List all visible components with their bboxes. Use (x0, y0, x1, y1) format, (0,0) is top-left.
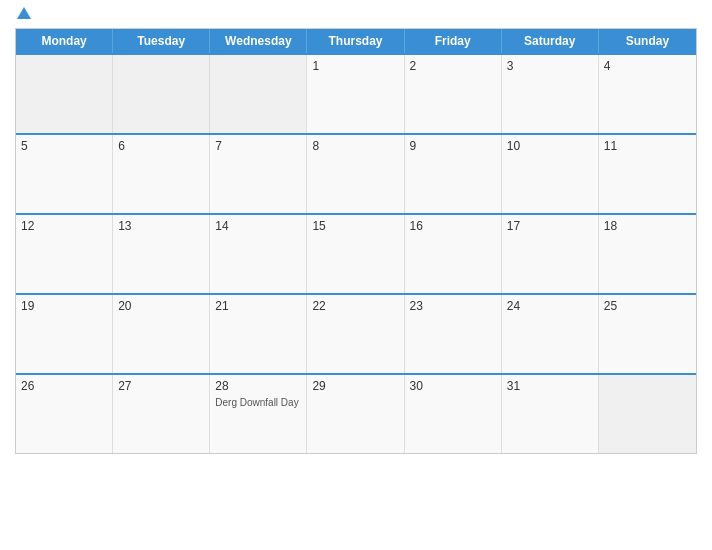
header (15, 10, 697, 22)
calendar-cell: 1 (307, 55, 404, 133)
calendar-cell: 11 (599, 135, 696, 213)
calendar-cell: 23 (405, 295, 502, 373)
calendar-cell: 16 (405, 215, 502, 293)
day-number: 21 (215, 299, 301, 313)
logo-triangle-icon (17, 7, 31, 19)
calendar-cell: 20 (113, 295, 210, 373)
calendar-cell: 21 (210, 295, 307, 373)
calendar-cell: 14 (210, 215, 307, 293)
calendar-cell: 28Derg Downfall Day (210, 375, 307, 453)
day-number: 1 (312, 59, 398, 73)
day-number: 26 (21, 379, 107, 393)
calendar-header: MondayTuesdayWednesdayThursdayFridaySatu… (16, 29, 696, 53)
calendar-cell: 24 (502, 295, 599, 373)
day-header-monday: Monday (16, 29, 113, 53)
calendar: MondayTuesdayWednesdayThursdayFridaySatu… (15, 28, 697, 454)
calendar-cell: 8 (307, 135, 404, 213)
page: MondayTuesdayWednesdayThursdayFridaySatu… (0, 0, 712, 550)
day-header-thursday: Thursday (307, 29, 404, 53)
calendar-cell: 26 (16, 375, 113, 453)
calendar-week-2: 567891011 (16, 133, 696, 213)
calendar-cell: 25 (599, 295, 696, 373)
calendar-week-3: 12131415161718 (16, 213, 696, 293)
day-number: 7 (215, 139, 301, 153)
calendar-cell: 4 (599, 55, 696, 133)
logo (15, 10, 31, 22)
calendar-cell: 6 (113, 135, 210, 213)
day-number: 23 (410, 299, 496, 313)
day-number: 11 (604, 139, 691, 153)
calendar-cell (16, 55, 113, 133)
calendar-cell (210, 55, 307, 133)
calendar-cell: 7 (210, 135, 307, 213)
day-number: 3 (507, 59, 593, 73)
day-header-tuesday: Tuesday (113, 29, 210, 53)
calendar-cell: 27 (113, 375, 210, 453)
day-header-saturday: Saturday (502, 29, 599, 53)
calendar-cell (113, 55, 210, 133)
day-number: 6 (118, 139, 204, 153)
calendar-cell: 29 (307, 375, 404, 453)
calendar-week-1: 1234 (16, 53, 696, 133)
day-number: 16 (410, 219, 496, 233)
day-number: 28 (215, 379, 301, 393)
calendar-cell: 15 (307, 215, 404, 293)
day-number: 4 (604, 59, 691, 73)
calendar-cell: 2 (405, 55, 502, 133)
calendar-cell: 3 (502, 55, 599, 133)
day-number: 15 (312, 219, 398, 233)
calendar-cell: 18 (599, 215, 696, 293)
calendar-cell: 12 (16, 215, 113, 293)
calendar-cell: 9 (405, 135, 502, 213)
day-number: 24 (507, 299, 593, 313)
calendar-week-4: 19202122232425 (16, 293, 696, 373)
calendar-cell: 17 (502, 215, 599, 293)
day-number: 20 (118, 299, 204, 313)
day-number: 18 (604, 219, 691, 233)
day-number: 2 (410, 59, 496, 73)
day-number: 30 (410, 379, 496, 393)
day-number: 29 (312, 379, 398, 393)
calendar-cell: 22 (307, 295, 404, 373)
day-number: 25 (604, 299, 691, 313)
day-header-sunday: Sunday (599, 29, 696, 53)
calendar-cell: 19 (16, 295, 113, 373)
day-number: 22 (312, 299, 398, 313)
day-event: Derg Downfall Day (215, 397, 301, 408)
calendar-cell: 10 (502, 135, 599, 213)
calendar-week-5: 262728Derg Downfall Day293031 (16, 373, 696, 453)
calendar-cell: 31 (502, 375, 599, 453)
calendar-cell (599, 375, 696, 453)
day-number: 9 (410, 139, 496, 153)
day-number: 8 (312, 139, 398, 153)
day-number: 14 (215, 219, 301, 233)
day-number: 13 (118, 219, 204, 233)
day-number: 31 (507, 379, 593, 393)
day-number: 12 (21, 219, 107, 233)
day-number: 19 (21, 299, 107, 313)
calendar-cell: 13 (113, 215, 210, 293)
calendar-cell: 30 (405, 375, 502, 453)
day-number: 10 (507, 139, 593, 153)
day-header-friday: Friday (405, 29, 502, 53)
calendar-cell: 5 (16, 135, 113, 213)
day-number: 5 (21, 139, 107, 153)
day-header-wednesday: Wednesday (210, 29, 307, 53)
day-number: 27 (118, 379, 204, 393)
day-number: 17 (507, 219, 593, 233)
